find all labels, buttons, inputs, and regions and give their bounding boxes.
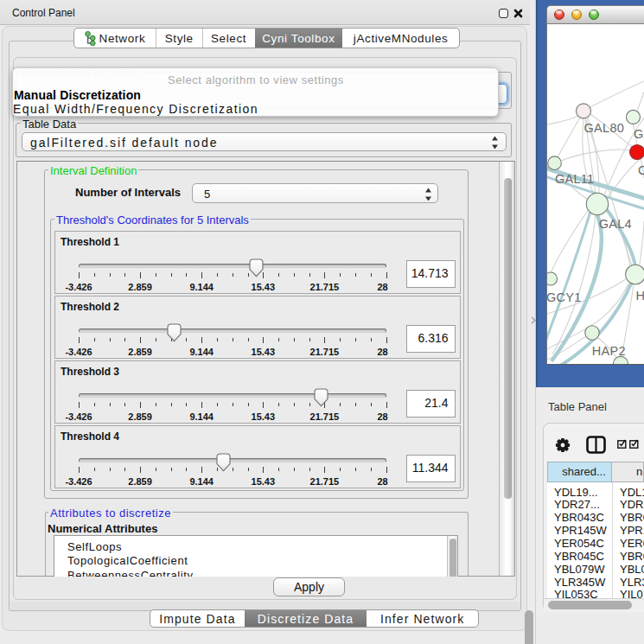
svg-text:GAL80: GAL80 [584, 121, 625, 135]
svg-text:GAL11: GAL11 [555, 172, 595, 186]
svg-text:GAL4: GAL4 [599, 217, 632, 231]
svg-text:H: H [636, 289, 644, 303]
svg-text:HAP2: HAP2 [592, 344, 626, 358]
svg-text:GCY1: GCY1 [547, 290, 582, 304]
svg-text:GA: GA [634, 127, 644, 141]
svg-text:C: C [638, 163, 644, 177]
